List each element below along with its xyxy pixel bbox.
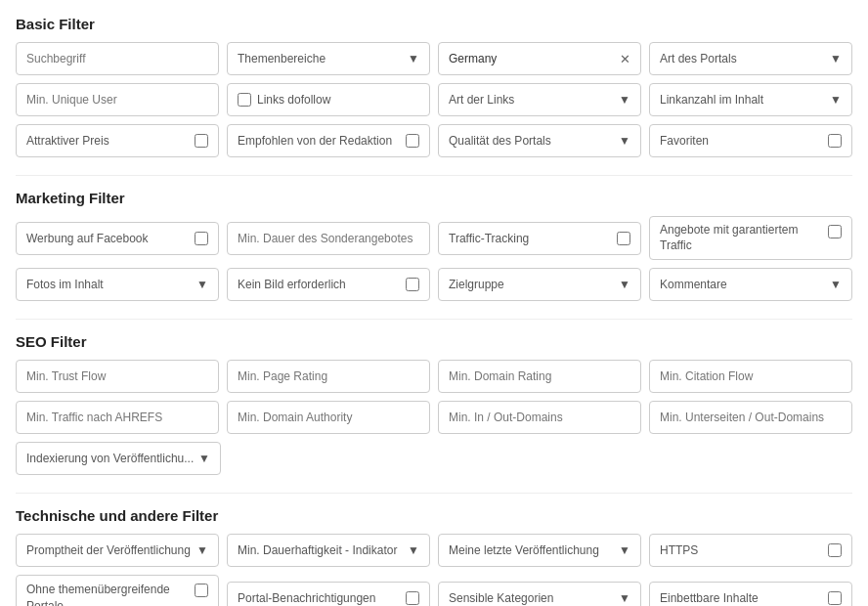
chevron-down-icon: ▼ xyxy=(198,452,210,465)
traffic-tracking-wrap: Traffic-Tracking xyxy=(438,222,641,255)
basic-filter-row2: Links dofollow Art der Links ▼ Linkanzah… xyxy=(16,83,852,116)
traffic-tracking-checkbox[interactable] xyxy=(617,232,630,245)
divider-1 xyxy=(16,175,852,176)
ohne-themen-wrap: Ohne themenübergreifende Portale xyxy=(16,575,219,606)
seo-filter-row3: Indexierung von Veröffentlichu... ▼ xyxy=(16,442,852,475)
chevron-down-icon: ▼ xyxy=(408,52,419,65)
chevron-down-icon: ▼ xyxy=(196,278,208,291)
portal-benachrichtigungen-checkbox[interactable] xyxy=(406,591,419,605)
attraktiver-preis-checkbox[interactable] xyxy=(195,134,208,148)
chevron-down-icon: ▼ xyxy=(619,591,630,605)
attraktiver-preis-wrap: Attraktiver Preis xyxy=(16,124,219,157)
garantiertem-traffic-checkbox[interactable] xyxy=(828,225,842,238)
chevron-down-icon: ▼ xyxy=(408,543,419,557)
werbung-facebook-wrap: Werbung auf Facebook xyxy=(16,222,219,255)
kein-bild-wrap: Kein Bild erforderlich xyxy=(227,268,430,301)
tech-filter-section: Technische und andere Filter Promptheit … xyxy=(16,507,852,606)
min-page-rating-input[interactable] xyxy=(227,360,430,393)
werbung-facebook-checkbox[interactable] xyxy=(195,232,208,245)
einbettbare-inhalte-checkbox[interactable] xyxy=(828,591,842,605)
ohne-themen-checkbox[interactable] xyxy=(195,584,208,597)
min-unterseiten-input[interactable] xyxy=(649,401,852,434)
fotos-inhalt-select[interactable]: Fotos im Inhalt ▼ xyxy=(16,268,219,301)
kein-bild-checkbox[interactable] xyxy=(406,278,419,291)
chevron-down-icon: ▼ xyxy=(830,93,842,107)
garantiertem-traffic-wrap: Angebote mit garantiertem Traffic xyxy=(649,216,852,260)
marketing-filter-title: Marketing Filter xyxy=(16,190,852,206)
min-domain-authority-input[interactable] xyxy=(227,401,430,434)
chevron-down-icon: ▼ xyxy=(619,93,630,107)
basic-filter-title: Basic Filter xyxy=(16,16,852,32)
tech-filter-title: Technische und andere Filter xyxy=(16,507,852,524)
chevron-down-icon: ▼ xyxy=(619,543,630,557)
chevron-down-icon: ▼ xyxy=(619,278,630,291)
divider-2 xyxy=(16,319,852,320)
empfohlen-redaktion-checkbox[interactable] xyxy=(406,134,419,148)
min-citation-flow-input[interactable] xyxy=(649,360,852,393)
marketing-filter-section: Marketing Filter Werbung auf Facebook Tr… xyxy=(16,190,852,301)
art-der-links-select[interactable]: Art der Links ▼ xyxy=(438,83,641,116)
https-wrap: HTTPS xyxy=(649,534,852,567)
min-unique-user-input[interactable] xyxy=(16,83,219,116)
portal-benachrichtigungen-wrap: Portal-Benachrichtigungen xyxy=(227,582,430,606)
favoriten-checkbox[interactable] xyxy=(828,134,842,148)
min-trust-flow-input[interactable] xyxy=(16,360,219,393)
basic-filter-section: Basic Filter Themenbereiche ▼ Germany ✕ … xyxy=(16,16,852,157)
https-checkbox[interactable] xyxy=(828,543,842,557)
basic-filter-row3: Attraktiver Preis Empfohlen von der Reda… xyxy=(16,124,852,157)
kommentare-select[interactable]: Kommentare ▼ xyxy=(649,268,852,301)
indexierung-select[interactable]: Indexierung von Veröffentlichu... ▼ xyxy=(16,442,221,475)
germany-input[interactable]: Germany ✕ xyxy=(438,42,641,75)
close-icon[interactable]: ✕ xyxy=(620,53,630,65)
suchbegriff-input[interactable] xyxy=(16,42,219,75)
basic-filter-row1: Themenbereiche ▼ Germany ✕ Art des Porta… xyxy=(16,42,852,75)
min-traffic-ahrefs-input[interactable] xyxy=(16,401,219,434)
letzte-veroeffentlichung-select[interactable]: Meine letzte Veröffentlichung ▼ xyxy=(438,534,641,567)
min-domain-rating-input[interactable] xyxy=(438,360,641,393)
einbettbare-inhalte-wrap: Einbettbare Inhalte xyxy=(649,582,852,606)
dauerhaftigkeit-select[interactable]: Min. Dauerhaftigkeit - Indikator ▼ xyxy=(227,534,430,567)
zielgruppe-select[interactable]: Zielgruppe ▼ xyxy=(438,268,641,301)
linkanzahl-select[interactable]: Linkanzahl im Inhalt ▼ xyxy=(649,83,852,116)
seo-filter-row1 xyxy=(16,360,852,393)
marketing-filter-row2: Fotos im Inhalt ▼ Kein Bild erforderlich… xyxy=(16,268,852,301)
themenbereiche-select[interactable]: Themenbereiche ▼ xyxy=(227,42,430,75)
marketing-filter-row1: Werbung auf Facebook Traffic-Tracking An… xyxy=(16,216,852,260)
sensible-kategorien-select[interactable]: Sensible Kategorien ▼ xyxy=(438,582,641,606)
qualitaet-portals-select[interactable]: Qualität des Portals ▼ xyxy=(438,124,641,157)
art-des-portals-select[interactable]: Art des Portals ▼ xyxy=(649,42,852,75)
chevron-down-icon: ▼ xyxy=(830,278,842,291)
tech-filter-row2: Ohne themenübergreifende Portale Portal-… xyxy=(16,575,852,606)
min-dauer-input[interactable] xyxy=(227,222,430,255)
promptheit-select[interactable]: Promptheit der Veröffentlichung ▼ xyxy=(16,534,219,567)
chevron-down-icon: ▼ xyxy=(830,52,842,65)
min-in-out-domains-input[interactable] xyxy=(438,401,641,434)
tech-filter-row1: Promptheit der Veröffentlichung ▼ Min. D… xyxy=(16,534,852,567)
seo-filter-row2 xyxy=(16,401,852,434)
chevron-down-icon: ▼ xyxy=(619,134,630,148)
links-dofollow-checkbox[interactable] xyxy=(238,93,251,107)
favoriten-wrap: Favoriten xyxy=(649,124,852,157)
seo-filter-section: SEO Filter Indexierung von Veröffentlich… xyxy=(16,333,852,475)
empfohlen-redaktion-wrap: Empfohlen von der Redaktion xyxy=(227,124,430,157)
divider-3 xyxy=(16,493,852,494)
chevron-down-icon: ▼ xyxy=(196,543,208,557)
seo-filter-title: SEO Filter xyxy=(16,333,852,350)
links-dofollow-checkbox-wrap: Links dofollow xyxy=(227,83,430,116)
